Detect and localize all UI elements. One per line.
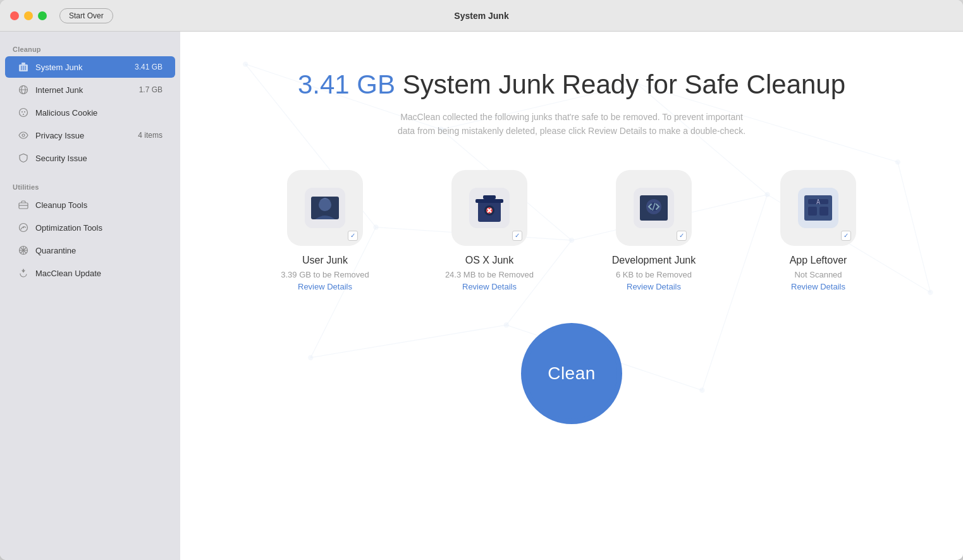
sidebar-item-macclean-update[interactable]: MacClean Update [5,262,175,284]
card-user-junk: ✓ User Junk 3.39 GB to be Removed Review… [255,170,395,291]
app-leftover-checkbox[interactable]: ✓ [841,231,851,241]
window-title: System Junk [454,11,508,21]
development-junk-title: Development Junk [612,255,696,266]
traffic-lights [10,11,47,20]
app-leftover-title: App Leftover [790,255,847,266]
svg-rect-54 [483,195,496,199]
main-content: 3.41 GB System Junk Ready for Safe Clean… [180,32,963,560]
sidebar-item-cleanup-tools[interactable]: Cleanup Tools [5,194,175,216]
macclean-update-label: MacClean Update [35,269,163,278]
sidebar-item-security-issue[interactable]: Security Issue [5,147,175,169]
svg-point-10 [24,111,25,113]
cookie-icon [18,107,29,118]
dev-junk-checkbox[interactable]: ✓ [677,231,687,241]
user-junk-title: User Junk [302,255,348,266]
sidebar-item-optimization-tools[interactable]: Optimization Tools [5,217,175,238]
trash-icon [18,61,29,73]
svg-point-9 [21,111,23,113]
content-area: 3.41 GB System Junk Ready for Safe Clean… [180,32,963,424]
eye-icon [18,130,29,141]
gauge-icon [18,222,29,233]
maximize-button[interactable] [38,11,47,20]
main-subtitle: MacClean collected the following junks t… [395,110,749,138]
app-leftover-icon-wrap: A ✓ [780,170,856,246]
svg-point-16 [23,227,24,228]
osx-junk-title: OS X Junk [465,255,513,266]
user-junk-link[interactable]: Review Details [298,282,352,291]
titlebar: Start Over System Junk [0,0,963,32]
update-icon [18,267,29,279]
main-headline: 3.41 GB System Junk Ready for Safe Clean… [298,70,845,100]
svg-rect-67 [808,207,817,216]
svg-point-50 [319,198,331,211]
body-area: Cleanup System Junk 3.41 GB [0,32,963,560]
svg-point-8 [20,109,28,117]
headline-accent: 3.41 GB [298,70,395,99]
user-junk-checkbox[interactable]: ✓ [348,231,358,241]
svg-point-11 [23,114,24,115]
svg-rect-68 [819,207,828,216]
shield-icon [18,152,29,164]
card-app-leftover: A ✓ App Leftover Not Scanned Review Deta… [749,170,888,291]
app-leftover-size: Not Scanned [794,270,842,279]
card-osx-junk: ✓ OS X Junk 24.3 MB to be Removed Review… [420,170,559,291]
card-development-junk: ✓ Development Junk 6 KB to be Removed Re… [584,170,723,291]
security-issue-label: Security Issue [35,154,163,163]
cleanup-section-label: Cleanup [0,42,180,56]
osx-junk-size: 24.3 MB to be Removed [445,270,534,279]
sidebar-item-malicious-cookie[interactable]: Malicious Cookie [5,102,175,123]
app-leftover-link[interactable]: Review Details [791,282,845,291]
development-junk-size: 6 KB to be Removed [616,270,692,279]
globe-icon [18,84,29,95]
close-button[interactable] [10,11,19,20]
sidebar: Cleanup System Junk 3.41 GB [0,32,180,560]
svg-point-12 [22,134,25,137]
osx-junk-link[interactable]: Review Details [462,282,517,291]
clean-button[interactable]: Clean [521,323,622,424]
utilities-section-label: Utilities [0,180,180,193]
app-window: Start Over System Junk Cleanup System Ju… [0,0,963,560]
optimization-tools-label: Optimization Tools [35,223,163,233]
svg-rect-53 [475,199,503,203]
osx-junk-icon-wrap: ✓ [451,170,527,246]
quarantine-icon [18,245,29,256]
internet-junk-badge: 1.7 GB [139,85,163,94]
sidebar-item-system-junk[interactable]: System Junk 3.41 GB [5,56,175,78]
system-junk-label: System Junk [35,63,135,72]
svg-text:A: A [816,198,820,205]
privacy-issue-label: Privacy Issue [35,131,138,140]
internet-junk-label: Internet Junk [35,85,139,95]
briefcase-icon [18,199,29,210]
privacy-issue-badge: 4 items [138,131,163,140]
cleanup-tools-label: Cleanup Tools [35,200,163,210]
start-over-button[interactable]: Start Over [59,8,113,23]
system-junk-badge: 3.41 GB [135,63,163,71]
user-junk-size: 3.39 GB to be Removed [281,270,369,279]
minimize-button[interactable] [24,11,33,20]
user-junk-icon-wrap: ✓ [287,170,363,246]
malicious-cookie-label: Malicious Cookie [35,108,163,118]
quarantine-label: Quarantine [35,246,163,255]
osx-junk-checkbox[interactable]: ✓ [512,231,522,241]
cards-row: ✓ User Junk 3.39 GB to be Removed Review… [255,170,888,291]
development-junk-link[interactable]: Review Details [627,282,681,291]
development-junk-icon-wrap: ✓ [616,170,692,246]
svg-rect-1 [21,63,25,64]
sidebar-item-quarantine[interactable]: Quarantine [5,240,175,261]
sidebar-item-internet-junk[interactable]: Internet Junk 1.7 GB [5,79,175,100]
sidebar-item-privacy-issue[interactable]: Privacy Issue 4 items [5,125,175,146]
headline-rest: System Junk Ready for Safe Cleanup [395,70,845,99]
